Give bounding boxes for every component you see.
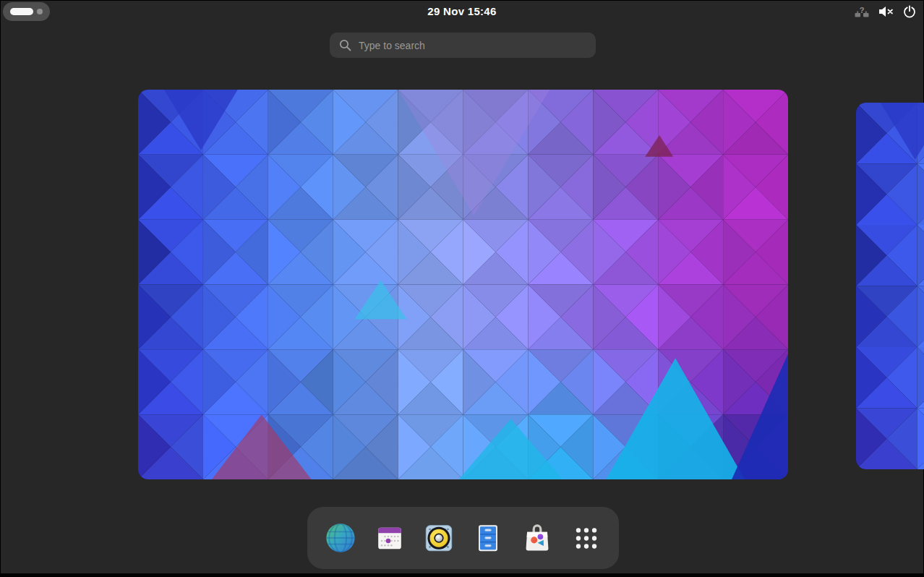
dock-app-calendar[interactable] [372,521,407,555]
app-grid-icon [570,521,603,555]
svg-text:?: ? [860,6,865,14]
volume-muted-icon[interactable] [878,6,894,17]
wallpaper-triangles [138,90,788,479]
gnome-activities-overview: 29 Nov 15:46 ? [1,1,923,573]
workspace-thumbnail-2[interactable] [856,103,924,469]
software-bag-icon [521,521,554,555]
dock-show-apps-button[interactable] [569,521,604,555]
dock-app-software[interactable] [520,521,555,555]
workspace-thumbnail-1[interactable] [138,90,788,479]
power-icon[interactable] [903,5,916,18]
top-bar: 29 Nov 15:46 ? [1,1,923,22]
web-globe-icon [324,521,357,555]
calendar-icon [373,521,406,555]
dock-app-web[interactable] [323,521,358,555]
wallpaper-triangles [856,103,924,469]
system-status-area: ? [855,1,916,22]
dash [307,507,619,569]
clock-menu-button[interactable]: 29 Nov 15:46 [1,1,923,22]
search-bar[interactable] [330,33,596,58]
search-input[interactable] [359,40,596,51]
speaker-music-icon [422,521,455,555]
dock-app-files[interactable] [471,521,505,555]
dock-app-music[interactable] [422,521,456,555]
file-cabinet-icon [471,521,505,555]
network-unknown-icon[interactable]: ? [855,6,869,18]
search-icon [339,39,351,51]
